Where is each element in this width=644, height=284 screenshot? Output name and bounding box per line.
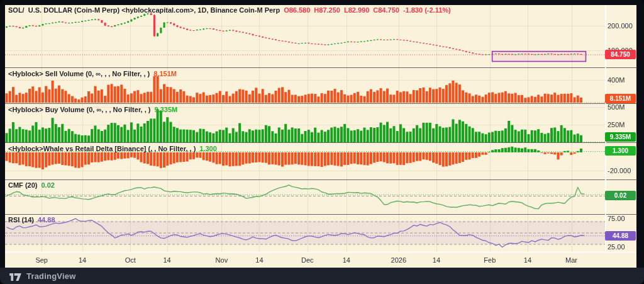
x-axis-label: Oct [125,256,136,264]
chart-widget: SOL/ U.S. DOLLAR (Coin-M Perp) <hyblockc… [0,0,644,284]
whale-delta-last-value-tag: 1.300 [605,146,636,156]
x-axis-label: Mar [565,256,577,264]
x-axis-label: 14 [433,256,440,264]
x-axis-label: Dec [301,256,314,264]
y-axis-label: -20.000 [608,166,631,175]
x-axis-label: 14 [255,256,263,264]
x-axis-label: 2026 [391,256,406,264]
tradingview-brand-link[interactable]: TradingView [26,271,76,281]
x-axis-label: 14 [163,256,170,264]
chart-canvas[interactable] [5,5,636,268]
rsi-last-value-tag: 44.88 [605,231,636,241]
y-axis-label: 200.000 [608,21,633,30]
x-axis-label: Nov [216,256,228,264]
x-axis-label: 14 [524,256,531,264]
y-axis-label: 25.00 [608,242,625,251]
x-axis-label: 14 [343,256,350,264]
buy-volume-last-value-tag: 9.335M [605,132,636,142]
y-axis-label: 250M [608,120,625,129]
sell-volume-last-value-tag: 8.151M [605,94,636,103]
y-axis-label: 75.00 [608,214,625,223]
x-axis-label: Sep [35,256,48,264]
x-axis-label: 14 [79,256,86,264]
x-axis-label: Feb [484,256,496,264]
cmf-last-value-tag: 0.02 [605,191,636,200]
footer-bar: TradingView [0,268,644,284]
y-axis-label: 500M [608,103,625,111]
y-axis-label: 400M [608,76,625,84]
tradingview-logo-icon[interactable] [9,271,22,281]
price-last-value-tag: 84.750 [605,50,636,59]
